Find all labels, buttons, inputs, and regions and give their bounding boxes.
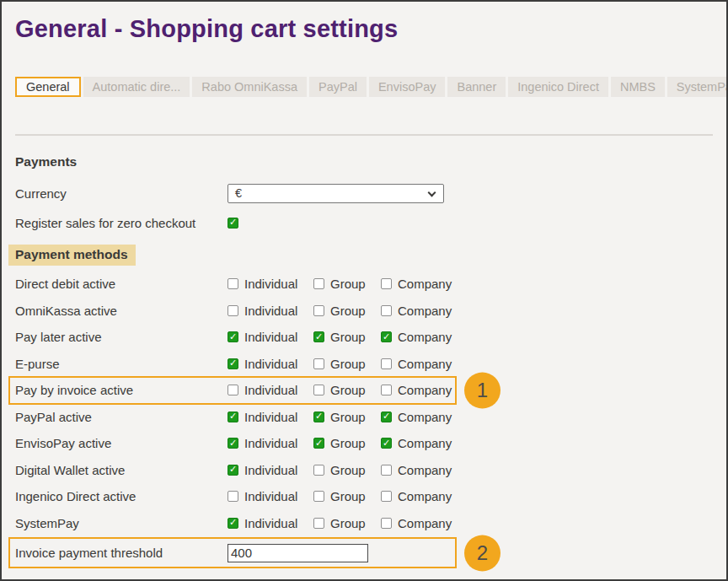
- tab-envisopay[interactable]: EnvisoPay: [369, 77, 446, 97]
- checkbox-label: Group: [330, 463, 366, 477]
- tab-bar: GeneralAutomatic dire...Rabo OmniKassaPa…: [15, 77, 713, 97]
- pay-later-active-individual-checkbox[interactable]: ✓: [228, 331, 238, 342]
- e-purse-individual-checkbox[interactable]: ✓: [228, 358, 238, 369]
- cell-individual: ✓Individual: [228, 516, 313, 530]
- tab-banner[interactable]: Banner: [447, 77, 506, 97]
- pay-later-active-group-checkbox[interactable]: ✓: [313, 331, 324, 342]
- pay-later-active-company-checkbox[interactable]: ✓: [381, 331, 392, 342]
- ingenico-direct-active-individual-checkbox[interactable]: ✓: [228, 491, 238, 502]
- checkbox-label: Group: [330, 516, 366, 530]
- systempay-individual-checkbox[interactable]: ✓: [228, 518, 238, 529]
- e-purse-company-checkbox[interactable]: ✓: [381, 358, 392, 369]
- currency-row: Currency €: [15, 178, 713, 208]
- cell-group: ✓Group: [313, 489, 381, 503]
- cell-company: ✓Company: [381, 436, 457, 450]
- cell-company: ✓Company: [381, 357, 457, 371]
- method-label: Digital Wallet active: [15, 463, 228, 477]
- e-purse-group-checkbox[interactable]: ✓: [313, 358, 324, 369]
- systempay-company-checkbox[interactable]: ✓: [381, 518, 392, 529]
- checkbox-label: Group: [330, 330, 366, 344]
- digital-wallet-active-company-checkbox[interactable]: ✓: [381, 465, 392, 476]
- cell-individual: ✓Individual: [228, 463, 313, 477]
- separator-line: [15, 134, 713, 136]
- checkbox-label: Group: [330, 489, 366, 503]
- envisopay-active-individual-checkbox[interactable]: ✓: [228, 438, 238, 449]
- payment-methods-heading: Payment methods: [8, 245, 136, 266]
- method-row-direct-debit-active: Direct debit active✓Individual✓Group✓Com…: [15, 271, 713, 298]
- cell-individual: ✓Individual: [228, 436, 313, 450]
- checkmark-icon: ✓: [383, 438, 390, 448]
- register-sales-checkbox[interactable]: ✓: [228, 218, 238, 229]
- invoice-threshold-input[interactable]: [228, 544, 368, 562]
- direct-debit-active-company-checkbox[interactable]: ✓: [381, 278, 392, 289]
- cell-company: ✓Company: [381, 463, 457, 477]
- cell-group: ✓Group: [313, 304, 381, 318]
- checkbox-label: Group: [330, 410, 366, 424]
- method-label: Ingenico Direct active: [15, 489, 228, 503]
- ingenico-direct-active-group-checkbox[interactable]: ✓: [313, 491, 324, 502]
- method-label: OmniKassa active: [15, 304, 228, 318]
- omnikassa-active-individual-checkbox[interactable]: ✓: [228, 305, 238, 316]
- ingenico-direct-active-company-checkbox[interactable]: ✓: [381, 491, 392, 502]
- envisopay-active-company-checkbox[interactable]: ✓: [381, 438, 392, 449]
- checkbox-label: Company: [398, 489, 452, 503]
- currency-label: Currency: [15, 186, 228, 201]
- method-row-pay-by-invoice-active: Pay by invoice active✓Individual✓Group✓C…: [15, 377, 713, 404]
- direct-debit-active-individual-checkbox[interactable]: ✓: [228, 278, 238, 289]
- cell-group: ✓Group: [313, 410, 381, 424]
- checkmark-icon: ✓: [315, 438, 323, 448]
- cell-group: ✓Group: [313, 463, 381, 477]
- method-label: Pay later active: [15, 330, 228, 344]
- paypal-active-individual-checkbox[interactable]: ✓: [228, 412, 238, 422]
- pay-by-invoice-active-group-checkbox[interactable]: ✓: [313, 385, 324, 395]
- checkbox-label: Individual: [244, 489, 297, 503]
- cell-individual: ✓Individual: [228, 304, 313, 318]
- cell-group: ✓Group: [313, 277, 381, 291]
- method-row-systempay: SystemPay✓Individual✓Group✓Company: [15, 510, 713, 537]
- direct-debit-active-group-checkbox[interactable]: ✓: [313, 278, 324, 289]
- cell-company: ✓Company: [381, 410, 457, 424]
- cell-company: ✓Company: [381, 277, 457, 291]
- tab-systempay[interactable]: SystemPay: [667, 77, 728, 97]
- envisopay-active-group-checkbox[interactable]: ✓: [313, 438, 324, 449]
- digital-wallet-active-individual-checkbox[interactable]: ✓: [228, 465, 238, 476]
- cell-group: ✓Group: [313, 436, 381, 450]
- cell-group: ✓Group: [313, 330, 381, 344]
- tab-paypal[interactable]: PayPal: [309, 77, 367, 97]
- checkbox-label: Company: [398, 383, 452, 397]
- checkbox-label: Individual: [244, 357, 297, 371]
- checkbox-label: Group: [330, 357, 366, 371]
- cell-individual: ✓Individual: [228, 383, 313, 397]
- tab-general[interactable]: General: [15, 77, 81, 97]
- annotation-badge-2: 2: [464, 535, 500, 571]
- checkbox-label: Individual: [244, 383, 297, 397]
- digital-wallet-active-group-checkbox[interactable]: ✓: [313, 465, 324, 476]
- tab-ingenico-direct[interactable]: Ingenico Direct: [508, 77, 608, 97]
- page-title: General - Shopping cart settings: [15, 15, 713, 43]
- method-row-paypal-active: PayPal active✓Individual✓Group✓Company: [15, 404, 713, 431]
- cell-group: ✓Group: [313, 357, 381, 371]
- checkbox-label: Company: [398, 330, 452, 344]
- invoice-threshold-label: Invoice payment threshold: [15, 546, 228, 560]
- paypal-active-group-checkbox[interactable]: ✓: [313, 412, 324, 422]
- pay-by-invoice-active-individual-checkbox[interactable]: ✓: [228, 385, 238, 395]
- checkmark-icon: ✓: [229, 438, 237, 448]
- checkmark-icon: ✓: [315, 332, 323, 342]
- tab-rabo-omnikassa[interactable]: Rabo OmniKassa: [192, 77, 307, 97]
- pay-by-invoice-active-company-checkbox[interactable]: ✓: [381, 385, 392, 395]
- tab-nmbs[interactable]: NMBS: [611, 77, 665, 97]
- systempay-group-checkbox[interactable]: ✓: [313, 518, 324, 529]
- omnikassa-active-group-checkbox[interactable]: ✓: [313, 305, 324, 316]
- checkmark-icon: ✓: [229, 358, 237, 368]
- paypal-active-company-checkbox[interactable]: ✓: [381, 412, 392, 422]
- checkmark-icon: ✓: [383, 332, 390, 342]
- method-row-envisopay-active: EnvisoPay active✓Individual✓Group✓Compan…: [15, 430, 713, 457]
- tab-automatic-dire[interactable]: Automatic dire...: [83, 77, 190, 97]
- checkbox-label: Individual: [244, 516, 297, 530]
- omnikassa-active-company-checkbox[interactable]: ✓: [381, 305, 392, 316]
- checkbox-label: Company: [398, 410, 452, 424]
- cell-group: ✓Group: [313, 516, 381, 530]
- checkbox-label: Company: [398, 436, 452, 450]
- currency-select[interactable]: €: [228, 184, 444, 203]
- checkbox-label: Individual: [244, 463, 297, 477]
